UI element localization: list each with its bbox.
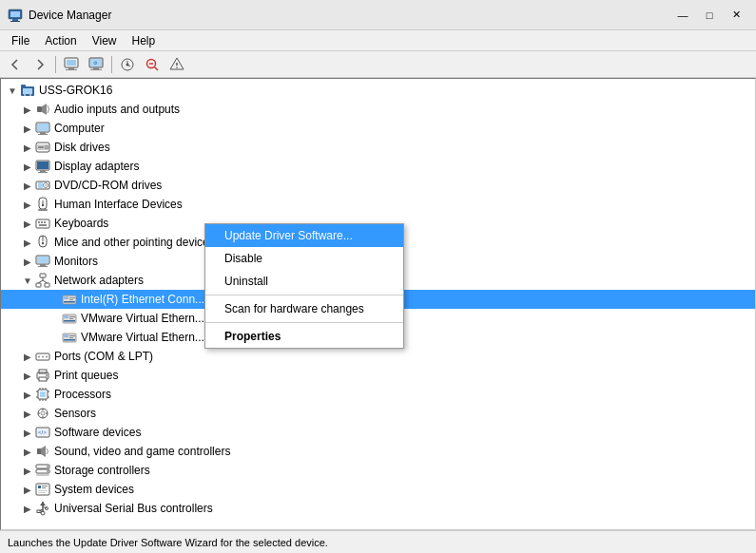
usb-label: Universal Serial Bus controllers	[54, 502, 213, 515]
svg-rect-31	[38, 134, 48, 135]
hid-arrow: ▶	[20, 200, 35, 210]
tree-item-usb[interactable]: ▶ Universal Serial Bus controllers	[1, 499, 755, 518]
svg-point-84	[46, 356, 48, 358]
svg-rect-11	[90, 69, 102, 70]
computer-icon	[35, 121, 50, 136]
menu-bar: File Action View Help	[0, 30, 756, 51]
svg-rect-10	[93, 67, 99, 69]
svg-rect-80	[64, 339, 75, 341]
svg-rect-41	[38, 182, 43, 188]
sensors-arrow: ▶	[20, 409, 35, 419]
monitors-label: Monitors	[54, 255, 98, 268]
computer-arrow: ▶	[20, 124, 35, 134]
svg-point-43	[45, 184, 47, 186]
svg-rect-127	[37, 510, 41, 513]
monitor-icon	[35, 254, 50, 269]
tree-item-storage[interactable]: ▶ Storage controllers	[1, 461, 755, 480]
processor-icon	[35, 387, 50, 402]
tree-item-display[interactable]: ▶ Display adapters	[1, 157, 755, 176]
menu-view[interactable]: View	[85, 32, 125, 49]
ctx-uninstall[interactable]: Uninstall	[205, 270, 403, 293]
usb-icon	[35, 501, 50, 516]
ctx-scan[interactable]: Scan for hardware changes	[205, 297, 403, 320]
ctx-update-driver[interactable]: Update Driver Software...	[205, 224, 403, 247]
svg-rect-39	[38, 172, 48, 173]
tree-item-system[interactable]: ▶ System devices	[1, 480, 755, 499]
svg-rect-50	[41, 221, 43, 223]
svg-rect-120	[42, 487, 46, 488]
disk-arrow: ▶	[20, 143, 35, 153]
software-arrow: ▶	[20, 428, 35, 438]
svg-rect-35	[38, 146, 44, 148]
svg-rect-122	[38, 492, 46, 493]
ctx-properties[interactable]: Properties	[205, 325, 403, 348]
svg-rect-121	[38, 490, 48, 491]
minimize-button[interactable]: —	[670, 6, 695, 25]
svg-rect-58	[40, 264, 46, 266]
menu-help[interactable]: Help	[125, 32, 164, 49]
update-driver-button[interactable]	[116, 54, 139, 75]
display-icon	[35, 159, 50, 174]
vmware2-icon	[62, 330, 77, 345]
sensor-icon	[35, 406, 50, 421]
svg-rect-38	[40, 170, 46, 172]
audio-label: Audio inputs and outputs	[54, 103, 180, 116]
tree-item-software[interactable]: ▶ </> Software devices	[1, 423, 755, 442]
back-button[interactable]	[4, 54, 27, 75]
status-text: Launches the Update Driver Software Wiza…	[8, 537, 328, 548]
help-button[interactable]	[165, 54, 188, 75]
svg-rect-117	[36, 484, 49, 495]
svg-rect-78	[69, 335, 75, 336]
status-bar: Launches the Update Driver Software Wiza…	[0, 530, 756, 553]
tree-item-sound[interactable]: ▶ Sound, video and game controllers	[1, 442, 755, 461]
svg-rect-30	[40, 132, 46, 134]
menu-action[interactable]: Action	[37, 32, 84, 49]
audio-arrow: ▶	[20, 105, 35, 115]
svg-point-20	[176, 67, 178, 68]
software-label: Software devices	[54, 426, 141, 439]
tree-item-print[interactable]: ▶ Print queues	[1, 366, 755, 385]
root-arrow: ▼	[5, 86, 20, 96]
ctx-separator-2	[205, 322, 403, 323]
close-button[interactable]: ✕	[724, 6, 748, 25]
vmware1-icon	[62, 311, 77, 326]
keyboards-label: Keyboards	[54, 217, 108, 230]
tree-item-audio[interactable]: ▶ Audio inputs and outputs	[1, 100, 755, 119]
device-manager-button[interactable]: ⚙	[85, 54, 107, 75]
svg-rect-87	[39, 377, 47, 381]
tree-item-disk[interactable]: ▶ Disk drives	[1, 138, 755, 157]
toolbar-sep-2	[111, 56, 112, 73]
svg-rect-118	[38, 486, 41, 488]
ports-label: Ports (COM & LPT)	[54, 350, 153, 363]
svg-rect-23	[21, 85, 26, 87]
main-area: ▼ USS-GROK16 ▶ Audio inputs and outputs …	[0, 78, 756, 530]
properties-button[interactable]	[60, 54, 83, 75]
svg-rect-77	[64, 334, 68, 337]
menu-file[interactable]: File	[4, 32, 37, 49]
svg-rect-1	[10, 11, 20, 17]
svg-point-34	[45, 145, 48, 149]
scan-button[interactable]	[141, 54, 164, 75]
tree-item-ports[interactable]: ▶ Ports (COM & LPT)	[1, 347, 755, 366]
tree-item-computer[interactable]: ▶ Computer	[1, 119, 755, 138]
storage-label: Storage controllers	[54, 464, 150, 477]
svg-marker-111	[41, 446, 46, 457]
maximize-button[interactable]: □	[697, 6, 722, 25]
forward-button[interactable]	[29, 54, 51, 75]
svg-rect-74	[69, 318, 73, 319]
tree-root[interactable]: ▼ USS-GROK16	[1, 81, 755, 100]
tree-item-dvd[interactable]: ▶ DVD/CD-ROM drives	[1, 176, 755, 195]
tree-item-hid[interactable]: ▶ Human Interface Devices	[1, 195, 755, 214]
title-controls: — □ ✕	[670, 6, 748, 25]
vmware1-label: VMware Virtual Ethern...	[81, 312, 204, 325]
svg-marker-27	[42, 104, 47, 115]
svg-point-82	[38, 356, 40, 358]
svg-rect-52	[39, 224, 47, 226]
dvd-label: DVD/CD-ROM drives	[54, 179, 162, 192]
tree-item-processors[interactable]: ▶ Processors	[1, 385, 755, 404]
ports-arrow: ▶	[20, 352, 35, 362]
svg-rect-6	[68, 67, 74, 69]
tree-item-sensors[interactable]: ▶ Sensors	[1, 404, 755, 423]
sound-arrow: ▶	[20, 447, 35, 457]
ctx-disable[interactable]: Disable	[205, 247, 403, 270]
